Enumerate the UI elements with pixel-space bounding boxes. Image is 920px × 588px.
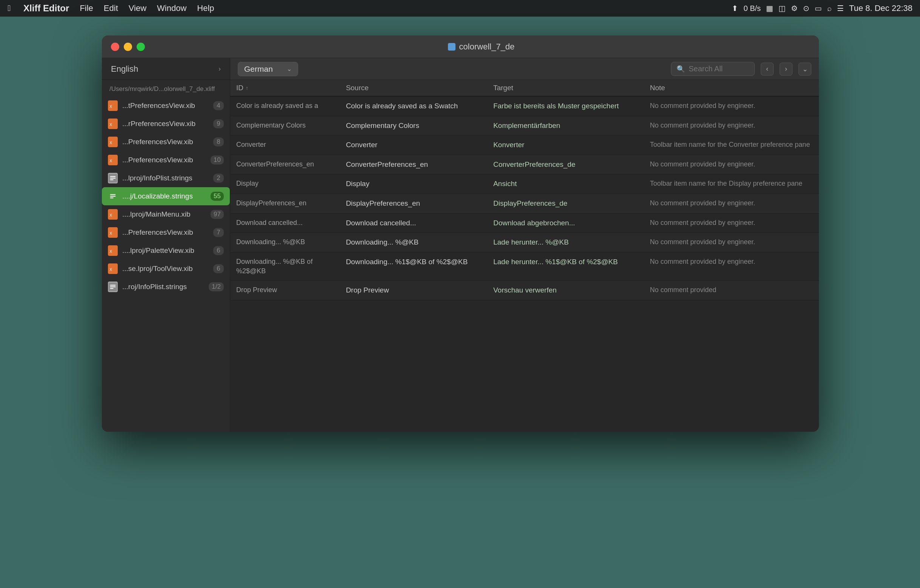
svg-text:X: X xyxy=(109,267,112,272)
table-header: ID ↑ Source Target xyxy=(230,80,819,96)
app-name: Xliff Editor xyxy=(23,3,69,14)
sidebar-file-item[interactable]: X ....lproj/MainMenu.xib 97 xyxy=(102,205,230,224)
cpu-monitor-icon: ▦ xyxy=(766,4,773,13)
search-icon: 🔍 xyxy=(677,65,685,73)
xliff-icon: X xyxy=(108,100,118,111)
sidebar-arrow-icon[interactable]: › xyxy=(219,65,221,73)
sidebar-language: English xyxy=(111,64,214,74)
menubar:  Xliff Editor File Edit View Window Hel… xyxy=(0,0,920,16)
cell-target[interactable]: Download abgebrochen... xyxy=(487,213,644,233)
file-name: ...PreferencesView.xib xyxy=(122,156,206,164)
file-name: ...tPreferencesView.xib xyxy=(122,102,209,110)
cell-id: Display xyxy=(230,174,340,194)
menu-help[interactable]: Help xyxy=(197,3,214,13)
svg-text:X: X xyxy=(109,123,112,127)
cell-target[interactable]: Komplementärfarben xyxy=(487,116,644,136)
cell-target[interactable]: Ansicht xyxy=(487,174,644,194)
xliff-icon: X xyxy=(108,209,118,220)
table-row[interactable]: Downloading... %@KB Downloading... %@KB … xyxy=(230,233,819,253)
file-name: ...PreferencesView.xib xyxy=(122,228,209,236)
sidebar-file-item[interactable]: X ...se.lproj/ToolView.xib 6 xyxy=(102,260,230,278)
menubar-right: ⬆ 0 B/s ▦ ◫ ⚙ ⊙ ▭ ⌕ ☰ Tue 8. Dec 22:38 xyxy=(732,3,912,13)
file-count: 9 xyxy=(213,119,224,128)
file-name: ....j/Localizable.strings xyxy=(122,192,206,201)
cell-id: Drop Preview xyxy=(230,281,340,300)
cell-source: Downloading... %1$@KB of %2$@KB xyxy=(340,252,488,280)
cell-target[interactable]: ConverterPreferences_de xyxy=(487,155,644,174)
table-row[interactable]: Converter Converter Konverter Toolbar it… xyxy=(230,136,819,155)
file-count: 55 xyxy=(211,192,224,201)
sidebar-file-item[interactable]: X ...PreferencesView.xib 8 xyxy=(102,133,230,151)
search-icon[interactable]: ⌕ xyxy=(827,4,832,13)
col-note: Note xyxy=(644,80,819,96)
cell-target[interactable]: Konverter xyxy=(487,136,644,155)
main-window: colorwell_7_de English › /Users/mrqwirk/… xyxy=(102,36,819,432)
expand-button[interactable]: ⌄ xyxy=(799,63,811,76)
cell-source: Converter xyxy=(340,136,488,155)
col-source: Source xyxy=(340,80,488,96)
cell-id: Downloading... %@KB xyxy=(230,233,340,253)
cell-source: Color is already saved as a Swatch xyxy=(340,96,488,116)
minimize-button[interactable] xyxy=(124,43,132,51)
apple-menu[interactable]:  xyxy=(8,3,11,13)
cell-source: Download cancelled... xyxy=(340,213,488,233)
cell-target[interactable]: Vorschau verwerfen xyxy=(487,281,644,300)
sidebar-file-item[interactable]: X ...tPreferencesView.xib 4 xyxy=(102,97,230,115)
table-row[interactable]: Complementary Colors Complementary Color… xyxy=(230,116,819,136)
table-row[interactable]: Downloading... %@KB of %2$@KB Downloadin… xyxy=(230,252,819,280)
sidebar-file-item[interactable]: X ...rPreferencesView.xib 9 xyxy=(102,115,230,133)
cell-target[interactable]: Farbe ist bereits als Muster gespeichert xyxy=(487,96,644,116)
file-count: 8 xyxy=(213,138,224,146)
sidebar-file-item[interactable]: X ....lproj/PaletteView.xib 6 xyxy=(102,241,230,260)
close-button[interactable] xyxy=(111,43,119,51)
menu-file[interactable]: File xyxy=(79,3,93,13)
file-count: 1/2 xyxy=(209,282,224,292)
nav-prev-button[interactable]: ‹ xyxy=(761,63,774,76)
cell-id: Color is already saved as a xyxy=(230,96,340,116)
search-input[interactable] xyxy=(689,65,749,73)
table-row[interactable]: Download cancelled... Download cancelled… xyxy=(230,213,819,233)
sidebar-file-item[interactable]: ...roj/InfoPlist.strings 1/2 xyxy=(102,278,230,296)
menu-view[interactable]: View xyxy=(129,3,146,13)
language-selector[interactable]: German ⌄ xyxy=(238,62,298,76)
menu-window[interactable]: Window xyxy=(157,3,186,13)
cell-id: Downloading... %@KB of %2$@KB xyxy=(230,252,340,280)
cell-target[interactable]: DisplayPreferences_de xyxy=(487,194,644,213)
nav-next-button[interactable]: › xyxy=(780,63,792,76)
xliff-icon: X xyxy=(108,118,118,129)
cell-note: Toolbar item name for the Converter pref… xyxy=(644,136,819,155)
menu-edit[interactable]: Edit xyxy=(104,3,118,13)
sidebar-files: X ...tPreferencesView.xib 4 X ...rPrefer… xyxy=(102,97,230,432)
table-row[interactable]: Drop Preview Drop Preview Vorschau verwe… xyxy=(230,281,819,300)
sidebar-file-item[interactable]: ...lproj/InfoPlist.strings 2 xyxy=(102,169,230,187)
main-panel: German ⌄ 🔍 ‹ › ⌄ xyxy=(230,58,819,432)
file-count: 6 xyxy=(213,246,224,255)
table-row[interactable]: Color is already saved as a Color is alr… xyxy=(230,96,819,116)
translation-table: ID ↑ Source Target xyxy=(230,80,819,300)
col-id: ID ↑ xyxy=(230,80,340,96)
sidebar-file-item[interactable]: X ...PreferencesView.xib 10 xyxy=(102,151,230,169)
disk-icon: ◫ xyxy=(779,4,786,13)
col-target: Target xyxy=(487,80,644,96)
sidebar-file-item[interactable]: X ...PreferencesView.xib 7 xyxy=(102,224,230,241)
table-row[interactable]: ConverterPreferences_en ConverterPrefere… xyxy=(230,155,819,174)
search-box[interactable]: 🔍 xyxy=(671,62,755,76)
maximize-button[interactable] xyxy=(137,43,145,51)
svg-text:X: X xyxy=(109,249,112,254)
file-count: 97 xyxy=(211,210,224,219)
cell-target[interactable]: Lade herunter... %@KB xyxy=(487,233,644,253)
chevron-left-icon: ‹ xyxy=(766,65,768,73)
cell-note: Toolbar item name for the Display prefer… xyxy=(644,174,819,194)
table-row[interactable]: DisplayPreferences_en DisplayPreferences… xyxy=(230,194,819,213)
cell-note: No comment provided xyxy=(644,281,819,300)
sidebar-header: English › xyxy=(102,58,230,80)
cell-id: Download cancelled... xyxy=(230,213,340,233)
svg-text:X: X xyxy=(109,159,112,163)
sidebar-file-item[interactable]: ....j/Localizable.strings 55 xyxy=(102,187,230,205)
table-body: Color is already saved as a Color is alr… xyxy=(230,96,819,300)
notification-icon[interactable]: ☰ xyxy=(837,4,844,13)
cell-target[interactable]: Lade herunter... %1$@KB of %2$@KB xyxy=(487,252,644,280)
table-row[interactable]: Display Display Ansicht Toolbar item nam… xyxy=(230,174,819,194)
translation-table-container: ID ↑ Source Target xyxy=(230,80,819,432)
cell-source: DisplayPreferences_en xyxy=(340,194,488,213)
